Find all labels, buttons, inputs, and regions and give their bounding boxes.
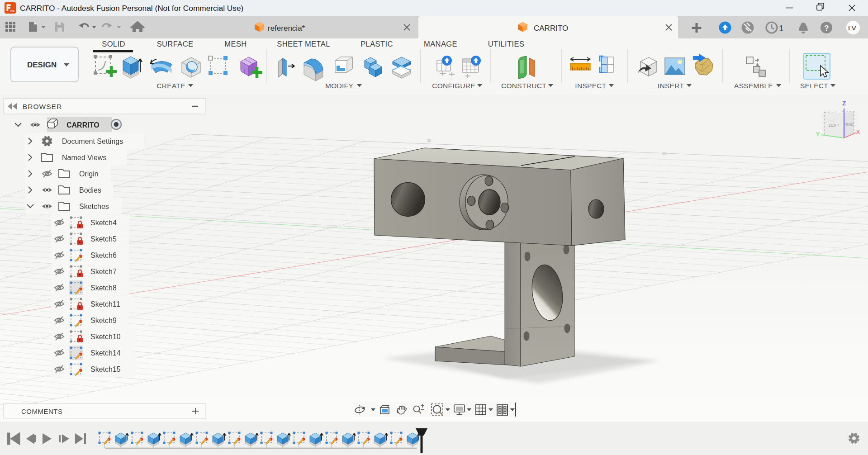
- svg-text:1: 1: [779, 24, 784, 33]
- svg-text:Sketch6: Sketch6: [90, 251, 117, 259]
- svg-text:FRONT: FRONT: [844, 123, 853, 128]
- svg-text:CONFIGURE: CONFIGURE: [432, 82, 475, 90]
- svg-text:Named Views: Named Views: [62, 154, 106, 161]
- svg-text:Y: Y: [816, 131, 820, 137]
- svg-text:DESIGN: DESIGN: [27, 61, 57, 69]
- svg-text:30: 30: [427, 138, 432, 143]
- svg-text:CARRITO: CARRITO: [66, 121, 100, 129]
- svg-text:FUS: FUS: [10, 10, 14, 12]
- svg-text:ASSEMBLE: ASSEMBLE: [734, 82, 773, 90]
- svg-text:30: 30: [662, 151, 667, 156]
- svg-text:Sketch15: Sketch15: [90, 365, 121, 373]
- svg-text:SELECT: SELECT: [800, 82, 828, 90]
- svg-text:Sketch14: Sketch14: [90, 349, 121, 357]
- svg-text:UTILITIES: UTILITIES: [488, 40, 525, 48]
- svg-text:SHEET METAL: SHEET METAL: [277, 40, 330, 48]
- svg-text:?: ?: [824, 24, 829, 33]
- svg-text:LEFT: LEFT: [829, 123, 840, 128]
- svg-text:CARRITO - Autodesk Fusion Pers: CARRITO - Autodesk Fusion Personal (Not …: [20, 4, 243, 13]
- svg-text:BROWSER: BROWSER: [23, 103, 62, 110]
- svg-text:SURFACE: SURFACE: [157, 40, 194, 48]
- svg-text:CARRITO: CARRITO: [534, 24, 568, 33]
- svg-text:Bodies: Bodies: [79, 186, 101, 194]
- svg-text:Sketch9: Sketch9: [90, 317, 117, 324]
- svg-text:Z: Z: [842, 100, 846, 107]
- svg-text:CREATE: CREATE: [157, 82, 185, 90]
- svg-text:Sketches: Sketches: [79, 203, 109, 210]
- svg-text:Sketch11: Sketch11: [90, 300, 120, 308]
- svg-text:referencia*: referencia*: [268, 24, 305, 33]
- svg-text:CONSTRUCT: CONSTRUCT: [501, 82, 546, 90]
- svg-text:Sketch5: Sketch5: [90, 235, 117, 243]
- svg-text:X: X: [856, 128, 860, 135]
- svg-text:MODIFY: MODIFY: [325, 82, 353, 90]
- svg-text:Origin: Origin: [79, 170, 99, 178]
- svg-text:COMMENTS: COMMENTS: [21, 408, 63, 415]
- svg-text:MANAGE: MANAGE: [424, 40, 457, 48]
- svg-text:PLASTIC: PLASTIC: [360, 40, 393, 48]
- svg-text:Document Settings: Document Settings: [62, 137, 123, 145]
- svg-text:Sketch4: Sketch4: [90, 219, 117, 227]
- svg-text:INSPECT: INSPECT: [575, 82, 607, 90]
- svg-text:LV: LV: [848, 24, 856, 32]
- svg-text:Sketch8: Sketch8: [90, 284, 117, 292]
- svg-text:MESH: MESH: [224, 40, 247, 48]
- svg-text:INSERT: INSERT: [658, 82, 684, 90]
- svg-text:Sketch10: Sketch10: [90, 333, 121, 341]
- svg-text:Sketch7: Sketch7: [90, 268, 117, 275]
- svg-text:SOLID: SOLID: [102, 40, 125, 48]
